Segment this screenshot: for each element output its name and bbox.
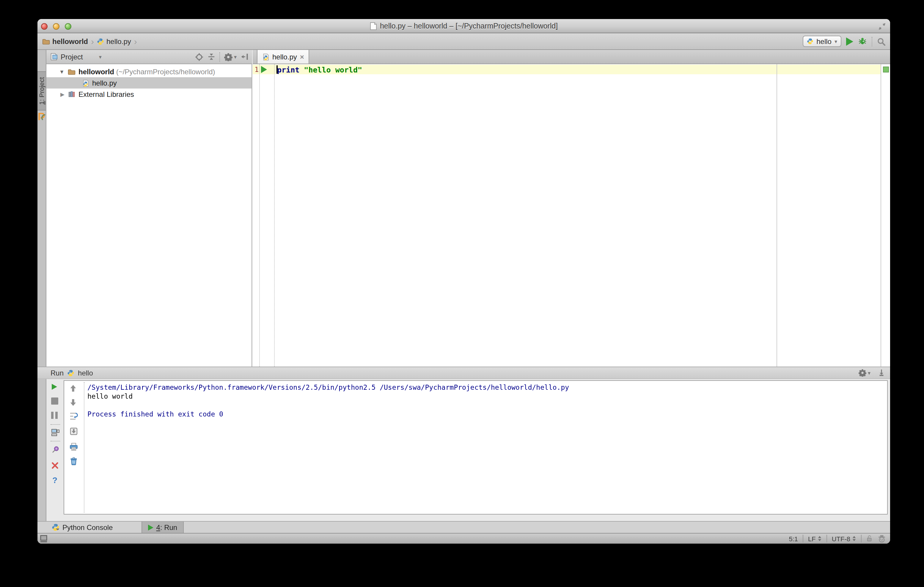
gutter-divider <box>259 64 260 367</box>
code-editor[interactable]: 1 print "hello world" <box>253 64 890 367</box>
project-stripe-label: 1: Project <box>38 77 45 105</box>
gear-icon[interactable]: ▾ <box>224 53 237 61</box>
toolwindow-bar: Python Console 4: Run <box>38 521 890 533</box>
minimize-window-button[interactable] <box>53 23 59 30</box>
debug-bug-icon[interactable] <box>858 37 867 46</box>
folder-icon <box>42 38 50 44</box>
tool-stripe: 1: Project <box>38 50 46 540</box>
tree-collapsed-icon[interactable]: ▶ <box>59 91 65 97</box>
soft-wrap-icon[interactable] <box>69 412 79 421</box>
tree-expanded-icon[interactable]: ▼ <box>59 69 65 74</box>
breadcrumb-file[interactable]: hello.py <box>106 37 131 46</box>
pin-tab-icon[interactable] <box>51 446 59 454</box>
editor-tab-hello-py[interactable]: hello.py × <box>257 50 310 64</box>
tree-row-root[interactable]: ▼ helloworld (~/PycharmProjects/hellowor… <box>46 66 251 77</box>
console-panel[interactable]: /System/Library/Frameworks/Python.framew… <box>64 380 888 515</box>
updown-arrows-icon <box>818 535 822 542</box>
status-divider <box>803 535 803 543</box>
dock-pin-icon[interactable] <box>878 369 885 377</box>
down-stack-trace-icon[interactable] <box>69 399 77 406</box>
project-view-selector[interactable]: Project ▾ <box>50 53 102 61</box>
toolwindow-toggle-icon[interactable] <box>40 535 48 543</box>
tree-file-label: hello.py <box>92 79 117 87</box>
line-separator-selector[interactable]: LF <box>808 535 822 542</box>
project-tree: ▼ helloworld (~/PycharmProjects/hellowor… <box>46 64 252 367</box>
library-books-icon <box>68 91 76 97</box>
project-view-icon <box>50 53 58 61</box>
console-settings-gear-icon[interactable]: ▾ <box>859 369 871 377</box>
console-divider <box>84 382 84 513</box>
up-stack-trace-icon[interactable] <box>69 385 77 392</box>
run-config-selector[interactable]: hello ▾ <box>803 36 842 47</box>
hide-panel-icon[interactable] <box>241 53 249 61</box>
run-button[interactable] <box>846 37 853 46</box>
locate-file-icon[interactable] <box>195 53 204 61</box>
run-tab-label: 4: Run <box>156 523 177 531</box>
tab-close-icon[interactable]: × <box>300 54 304 60</box>
unlocked-padlock-icon[interactable] <box>866 535 873 543</box>
tree-root-path: (~/PycharmProjects/helloworld) <box>116 67 215 76</box>
python-file-icon <box>97 38 104 45</box>
run-tab-icon <box>148 525 153 530</box>
run-line-marker-icon[interactable] <box>261 66 267 73</box>
scroll-to-end-icon[interactable] <box>69 427 78 436</box>
status-divider <box>827 535 827 543</box>
code-keyword: print <box>277 65 299 74</box>
tree-root-name: helloworld <box>79 67 114 76</box>
encoding-selector[interactable]: UTF-8 <box>832 535 856 542</box>
pycharm-logo-icon <box>38 113 46 121</box>
clear-all-trash-icon[interactable] <box>69 457 78 465</box>
hector-inspector-icon[interactable] <box>878 534 886 543</box>
tree-row-libraries[interactable]: ▶ External Libraries <box>46 89 251 100</box>
python-console-tab[interactable]: Python Console <box>46 521 119 533</box>
python-file-icon <box>262 53 269 60</box>
print-icon[interactable] <box>69 442 78 451</box>
fullscreen-icon[interactable] <box>878 23 886 30</box>
close-window-button[interactable] <box>41 23 48 30</box>
console-exit-line: Process finished with exit code 0 <box>87 410 569 419</box>
python-icon <box>807 38 813 44</box>
search-icon[interactable] <box>877 37 885 46</box>
breadcrumb-project[interactable]: helloworld <box>52 37 88 46</box>
run-toolbar: ? <box>46 379 64 521</box>
error-stripe[interactable] <box>881 64 890 367</box>
code-line: print "hello world" <box>277 65 362 74</box>
line-number: 1 <box>253 65 259 74</box>
zoom-window-button[interactable] <box>65 23 71 30</box>
chevron-down-icon: ▾ <box>835 38 837 44</box>
chevron-down-icon: ▾ <box>99 54 102 60</box>
console-toolbar <box>64 381 84 514</box>
run-config-label: hello <box>78 369 93 377</box>
tree-row-file[interactable]: hello.py <box>46 77 251 89</box>
stop-button[interactable] <box>51 398 58 404</box>
breadcrumb: helloworld › hello.py › <box>42 37 138 46</box>
run-panel-title: Run <box>51 369 64 377</box>
python-console-tab-label: Python Console <box>63 523 113 531</box>
console-blank-line <box>87 401 569 410</box>
collapse-all-icon[interactable] <box>208 53 216 61</box>
run-tab[interactable]: 4: Run <box>141 521 184 533</box>
run-config-name: hello <box>817 37 832 46</box>
python-icon <box>67 369 74 377</box>
inspection-ok-indicator[interactable] <box>883 67 889 72</box>
project-stripe-button[interactable]: 1: Project <box>38 71 46 110</box>
updown-arrows-icon <box>852 535 856 542</box>
console-output[interactable]: /System/Library/Frameworks/Python.framew… <box>87 383 569 419</box>
help-icon[interactable]: ? <box>52 476 58 484</box>
title-bar[interactable]: hello.py – helloworld – [~/PycharmProjec… <box>38 19 890 33</box>
caret-position[interactable]: 5:1 <box>789 535 798 542</box>
chevron-right-icon: › <box>134 38 137 45</box>
code-string: "hello world" <box>304 65 362 74</box>
console-command-line: /System/Library/Frameworks/Python.framew… <box>87 383 569 392</box>
external-libraries-label: External Libraries <box>79 90 134 98</box>
restore-layout-icon[interactable] <box>51 428 59 437</box>
rerun-button[interactable] <box>52 384 57 390</box>
run-panel-header[interactable]: Run hello ▾ <box>38 367 890 379</box>
console-stdout-line: hello world <box>87 392 569 401</box>
pause-output-button[interactable] <box>51 412 58 419</box>
project-panel-header: Project ▾ ▾ <box>46 50 252 64</box>
toolbar-separator <box>220 52 220 61</box>
close-console-icon[interactable] <box>51 462 59 469</box>
python-file-icon <box>82 79 89 86</box>
toolbar-separator <box>51 441 60 441</box>
